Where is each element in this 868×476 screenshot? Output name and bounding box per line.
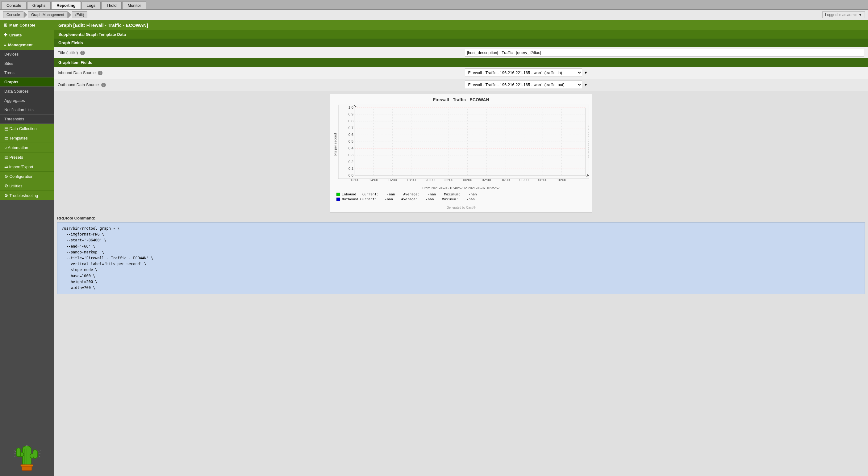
- title-label: Title (--title) ?: [54, 47, 461, 58]
- sidebar-item-sites[interactable]: Sites: [0, 59, 54, 68]
- breadcrumb-graph-management[interactable]: Graph Management: [28, 11, 68, 18]
- svg-line-5: [14, 450, 16, 452]
- presets-icon: ▤: [4, 155, 8, 160]
- tab-thold[interactable]: Thold: [101, 1, 122, 9]
- svg-rect-17: [21, 465, 33, 467]
- console-icon: ⊞: [4, 23, 7, 28]
- breadcrumb-arrow-2: [68, 12, 71, 18]
- svg-line-7: [14, 456, 16, 457]
- title-row: Title (--title) ?: [54, 47, 868, 58]
- svg-text:0.1: 0.1: [348, 167, 353, 170]
- outbound-label: Outbound Data Source ?: [54, 79, 461, 91]
- legend-inbound-text: Inbound Current: -nan Average: -nan Maxi…: [342, 192, 477, 196]
- sidebar-item-main-console[interactable]: ⊞ Main Console: [0, 20, 54, 30]
- sidebar-item-trees[interactable]: Trees: [0, 68, 54, 77]
- title-input[interactable]: [465, 49, 865, 57]
- svg-text:1.0: 1.0: [348, 105, 353, 109]
- main-layout: ⊞ Main Console ✚ Create ≡ Management Dev…: [0, 20, 868, 476]
- inbound-help-icon[interactable]: ?: [98, 71, 102, 75]
- outbound-dropdown-arrow: ▼: [584, 83, 588, 87]
- inbound-row: Inbound Data Source ? Firewall - Traffic…: [54, 67, 868, 79]
- svg-text:16:00: 16:00: [388, 178, 397, 182]
- sidebar-item-presets[interactable]: ▤ Presets: [0, 153, 54, 162]
- legend-outbound-color: [337, 197, 340, 201]
- inbound-value-cell: Firewall - Traffic - 196.216.221.165 - w…: [461, 67, 868, 79]
- sidebar-item-graphs[interactable]: Graphs: [0, 77, 54, 87]
- svg-text:10:00: 10:00: [557, 178, 566, 182]
- sidebar-item-data-sources[interactable]: Data Sources: [0, 87, 54, 96]
- sidebar-item-import-export[interactable]: ⇄ Import/Export: [0, 162, 54, 171]
- svg-text:0.7: 0.7: [348, 126, 353, 130]
- create-icon: ✚: [4, 32, 7, 37]
- graph-container: Firewall - Traffic - ECOWAN bits per sec…: [330, 94, 592, 213]
- logged-in-label: Logged in as admin ▼: [822, 11, 865, 18]
- sidebar-item-thresholds[interactable]: Thresholds: [0, 115, 54, 124]
- graph-item-fields-table: Inbound Data Source ? Firewall - Traffic…: [54, 67, 868, 91]
- breadcrumb-arrow-1: [24, 12, 27, 18]
- sidebar-item-data-collection[interactable]: ▤ Data Collection: [0, 124, 54, 133]
- graph-item-fields-header: Graph Item Fields: [54, 58, 868, 67]
- tab-console[interactable]: Console: [1, 1, 27, 9]
- outbound-help-icon[interactable]: ?: [101, 83, 106, 87]
- sidebar: ⊞ Main Console ✚ Create ≡ Management Dev…: [0, 20, 54, 476]
- sidebar-item-devices[interactable]: Devices: [0, 50, 54, 59]
- graph-area: 1.0 0.9 0.8 0.7 0.6 0.5 0.4 0.3 0.2 0.1: [338, 105, 589, 185]
- rrdtool-title: RRDtool Command:: [57, 216, 865, 220]
- sidebar-item-templates[interactable]: ▤ Templates: [0, 133, 54, 143]
- outbound-select[interactable]: Firewall - Traffic - 196.216.221.165 - w…: [465, 81, 582, 89]
- svg-text:0.0: 0.0: [348, 173, 353, 177]
- graph-generated: Generated by Cacti®: [333, 206, 589, 209]
- sidebar-item-troubleshooting[interactable]: ⚙ Troubleshooting: [0, 191, 54, 200]
- svg-rect-2: [17, 448, 21, 456]
- graph-y-label: bits per second: [333, 105, 337, 185]
- inbound-select[interactable]: Firewall - Traffic - 196.216.221.165 - w…: [465, 68, 582, 77]
- legend-inbound-color: [337, 193, 340, 196]
- svg-text:0.9: 0.9: [348, 113, 353, 116]
- svg-line-8: [39, 450, 40, 452]
- data-collection-icon: ▤: [4, 126, 8, 131]
- graph-svg: 1.0 0.9 0.8 0.7 0.6 0.5 0.4 0.3 0.2 0.1: [338, 105, 589, 185]
- svg-text:02:00: 02:00: [482, 178, 491, 182]
- configuration-icon: ⚙: [4, 174, 8, 179]
- supplemental-header: Supplemental Graph Template Data: [54, 30, 868, 39]
- title-value-cell: [461, 47, 868, 58]
- import-export-icon: ⇄: [4, 164, 8, 169]
- svg-text:0.5: 0.5: [348, 139, 353, 143]
- automation-icon: ○: [4, 145, 7, 150]
- graph-legend: Inbound Current: -nan Average: -nan Maxi…: [333, 190, 589, 205]
- tab-monitor[interactable]: Monitor: [122, 1, 146, 9]
- sidebar-item-utilities[interactable]: ⚙ Utilities: [0, 181, 54, 191]
- rrdtool-code: /usr/bin/rrdtool graph - \ --imgformat=P…: [57, 222, 865, 294]
- title-help-icon[interactable]: ?: [80, 51, 85, 55]
- cactus-logo: [0, 431, 54, 476]
- svg-text:00:00: 00:00: [463, 178, 472, 182]
- breadcrumb-edit[interactable]: (Edit): [72, 11, 88, 18]
- inbound-dropdown-arrow: ▼: [584, 70, 588, 75]
- sidebar-item-create[interactable]: ✚ Create: [0, 30, 54, 40]
- svg-text:20:00: 20:00: [425, 178, 434, 182]
- tab-logs[interactable]: Logs: [82, 1, 101, 9]
- svg-text:12:00: 12:00: [350, 178, 359, 182]
- tab-graphs[interactable]: Graphs: [27, 1, 51, 9]
- sidebar-item-configuration[interactable]: ⚙ Configuration: [0, 171, 54, 181]
- svg-rect-4: [33, 450, 37, 458]
- breadcrumb-bar: Console Graph Management (Edit) Logged i…: [0, 10, 868, 20]
- sidebar-item-notification-lists[interactable]: Notification Lists: [0, 105, 54, 115]
- management-icon: ≡: [4, 42, 6, 47]
- content-area: Graph [Edit: Firewall - Traffic - ECOWAN…: [54, 20, 868, 476]
- tab-reporting[interactable]: Reporting: [51, 1, 81, 9]
- svg-text:0.3: 0.3: [348, 153, 353, 157]
- sidebar-main-console-label: Main Console: [9, 23, 35, 28]
- outbound-row: Outbound Data Source ? Firewall - Traffi…: [54, 79, 868, 91]
- svg-text:0.4: 0.4: [348, 146, 353, 150]
- sidebar-item-automation[interactable]: ○ Automation: [0, 143, 54, 153]
- graph-inner: Firewall - Traffic - ECOWAN bits per sec…: [330, 94, 592, 212]
- sidebar-item-aggregates[interactable]: Aggregates: [0, 96, 54, 105]
- legend-row-outbound: Outbound Current: -nan Average: -nan Max…: [337, 197, 586, 201]
- breadcrumb-console[interactable]: Console: [3, 11, 24, 18]
- svg-text:08:00: 08:00: [538, 178, 547, 182]
- troubleshooting-icon: ⚙: [4, 193, 8, 198]
- page-title: Graph [Edit: Firewall - Traffic - ECOWAN…: [54, 20, 868, 30]
- svg-text:04:00: 04:00: [500, 178, 509, 182]
- sidebar-item-management[interactable]: ≡ Management: [0, 40, 54, 50]
